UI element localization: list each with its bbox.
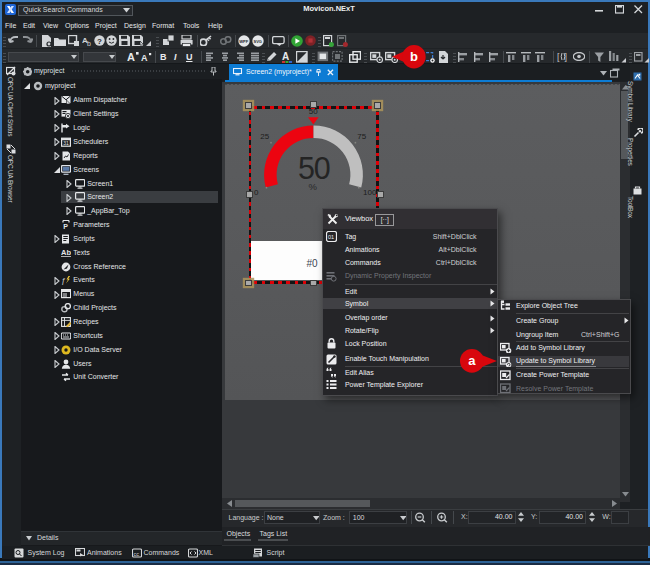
svg-text:[: [: [557, 52, 560, 62]
svg-text:SVG: SVG: [254, 39, 262, 44]
svg-text:?: ?: [97, 37, 102, 46]
svg-text:01: 01: [328, 234, 334, 240]
svg-text:A: A: [127, 51, 135, 63]
svg-text:WPF: WPF: [239, 39, 248, 44]
svg-text:31: 31: [63, 140, 69, 146]
svg-text:cc: cc: [133, 551, 139, 557]
svg-text:Ab: Ab: [61, 248, 71, 257]
svg-text:A: A: [282, 51, 289, 62]
svg-text:ƒ: ƒ: [61, 276, 66, 285]
svg-text:a: a: [468, 354, 476, 369]
svg-text:b: b: [87, 40, 91, 46]
svg-text:A: A: [141, 53, 148, 63]
svg-text:P: P: [63, 223, 68, 230]
svg-text:b: b: [410, 49, 418, 64]
